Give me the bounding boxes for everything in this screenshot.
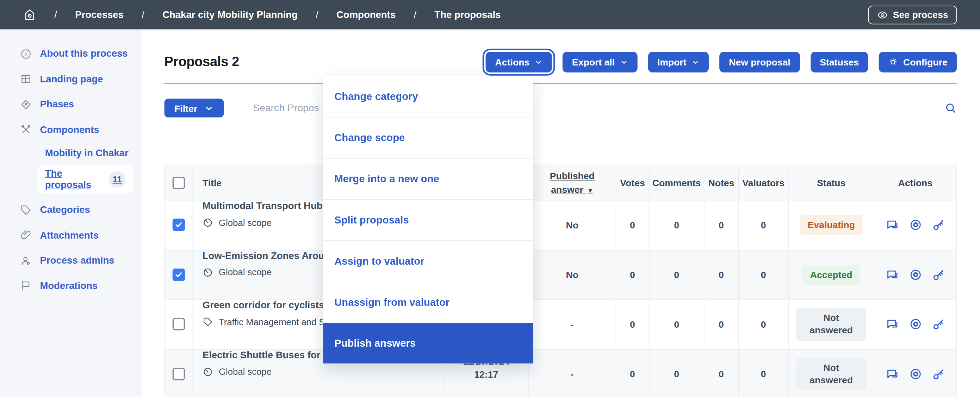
row-checkbox[interactable] xyxy=(172,268,185,281)
col-published-answer[interactable]: Published answer ▼ xyxy=(529,165,616,200)
sidebar-item-components[interactable]: Components xyxy=(0,117,142,143)
permissions-key-icon[interactable] xyxy=(931,367,945,381)
notes-count: 0 xyxy=(705,349,739,397)
statuses-button[interactable]: Statuses xyxy=(811,51,868,72)
import-button[interactable]: Import xyxy=(648,51,709,72)
topbar: / Processes / Chakar city Mobility Plann… xyxy=(0,0,980,29)
menu-item-change-category[interactable]: Change category xyxy=(323,76,533,116)
col-status: Status xyxy=(789,165,874,200)
row-checkbox[interactable] xyxy=(172,318,185,330)
proposals-table: Title Published answer ▼ Votes Comments … xyxy=(164,165,957,397)
table-header-row: Title Published answer ▼ Votes Comments … xyxy=(165,165,956,200)
chevron-down-icon xyxy=(204,103,214,113)
see-process-button[interactable]: See process xyxy=(868,5,957,24)
preview-icon[interactable] xyxy=(908,367,922,381)
answer-icon[interactable] xyxy=(885,318,899,331)
global-scope-icon xyxy=(202,267,213,277)
filter-button[interactable]: Filter xyxy=(164,98,224,117)
proposal-scope: Global scope xyxy=(202,267,272,277)
votes-count: 0 xyxy=(616,201,649,249)
menu-item-unassign-valuator[interactable]: Unassign from valuator xyxy=(323,281,533,323)
select-all-checkbox[interactable] xyxy=(172,176,185,189)
row-checkbox[interactable] xyxy=(172,219,185,231)
tag-icon xyxy=(20,204,32,216)
paperclip-icon xyxy=(20,229,32,241)
permissions-key-icon[interactable] xyxy=(931,218,945,232)
proposals-count-badge[interactable]: 11 xyxy=(109,171,126,187)
admin-user-icon xyxy=(20,254,32,267)
sidebar-item-categories[interactable]: Categories xyxy=(0,197,142,223)
table-row: Green corridor for cyclists and Traffic … xyxy=(165,299,956,349)
home-icon[interactable] xyxy=(23,8,36,21)
table-row: Electric Shuttle Buses for Quarry Worker… xyxy=(165,349,956,397)
comments-count: 0 xyxy=(649,201,704,249)
valuators-count: 0 xyxy=(739,250,789,299)
proposals-admin-page: / Processes / Chakar city Mobility Plann… xyxy=(0,0,980,397)
permissions-key-icon[interactable] xyxy=(931,318,945,331)
breadcrumb-processes[interactable]: Processes xyxy=(75,9,124,21)
col-valuators: Valuators xyxy=(739,165,789,200)
valuators-count: 0 xyxy=(739,201,789,249)
preview-icon[interactable] xyxy=(908,318,922,331)
status-badge: Not answered xyxy=(796,357,866,390)
menu-item-publish-answers[interactable]: Publish answers xyxy=(323,323,533,363)
page-title: Proposals 2 xyxy=(164,54,239,69)
chevron-down-icon xyxy=(692,58,700,66)
answer-icon[interactable] xyxy=(885,367,899,381)
table-row: Multimodal Transport Hubs Global scope N… xyxy=(165,200,956,249)
flag-icon xyxy=(20,280,32,292)
votes-count: 0 xyxy=(616,349,649,397)
proposal-scope: Global scope xyxy=(202,366,272,377)
proposal-scope: Global scope xyxy=(202,217,272,228)
answer-icon[interactable] xyxy=(885,268,899,281)
filter-toolbar: Filter xyxy=(164,98,957,117)
actions-dropdown: Change category Change scope Merge into … xyxy=(323,76,533,363)
export-all-button[interactable]: Export all xyxy=(563,51,637,72)
published-answer: No xyxy=(529,201,616,249)
sidebar-item-process-admins[interactable]: Process admins xyxy=(0,248,142,273)
table-row: Low-Emission Zones Around I Global scope… xyxy=(165,249,956,299)
published-answer: No xyxy=(529,250,616,299)
preview-icon[interactable] xyxy=(908,218,922,232)
sidebar-item-the-proposals[interactable]: The proposals 11 xyxy=(37,165,133,194)
select-all-checkbox-cell xyxy=(165,165,192,200)
header-buttons: Actions Export all Import xyxy=(486,51,957,72)
menu-item-change-scope[interactable]: Change scope xyxy=(323,117,533,158)
status-badge: Not answered xyxy=(796,308,866,341)
breadcrumb-current[interactable]: The proposals xyxy=(434,9,501,21)
preview-icon[interactable] xyxy=(908,268,922,281)
breadcrumb-components[interactable]: Components xyxy=(336,9,396,21)
menu-item-merge[interactable]: Merge into a new one xyxy=(323,158,533,199)
comments-count: 0 xyxy=(649,300,704,349)
notes-count: 0 xyxy=(705,300,739,349)
sidebar-item-about[interactable]: About this process xyxy=(0,41,142,67)
proposal-title[interactable]: Low-Emission Zones Around I xyxy=(202,250,342,262)
phases-icon xyxy=(20,98,32,111)
actions-button[interactable]: Actions xyxy=(486,51,552,72)
sidebar-item-phases[interactable]: Phases xyxy=(0,92,142,117)
col-comments: Comments xyxy=(649,165,704,200)
sidebar-item-landing-page[interactable]: Landing page xyxy=(0,67,142,92)
answer-icon[interactable] xyxy=(885,218,899,232)
sidebar-item-mobility-in-chakar[interactable]: Mobility in Chakar xyxy=(0,143,142,164)
configure-button[interactable]: Configure xyxy=(879,51,957,72)
permissions-key-icon[interactable] xyxy=(931,268,945,281)
proposal-category: Traffic Management and S xyxy=(202,317,325,327)
status-badge: Accepted xyxy=(803,265,860,285)
category-tag-icon xyxy=(202,317,213,327)
search-icon[interactable] xyxy=(944,102,957,114)
breadcrumb-separator: / xyxy=(54,10,57,20)
new-proposal-button[interactable]: New proposal xyxy=(720,51,800,72)
menu-item-assign-valuator[interactable]: Assign to valuator xyxy=(323,240,533,281)
tools-icon xyxy=(20,124,32,136)
breadcrumb-separator: / xyxy=(142,10,144,20)
sort-desc-icon: ▼ xyxy=(587,187,593,194)
sidebar-item-moderations[interactable]: Moderations xyxy=(0,273,142,299)
menu-item-split[interactable]: Split proposals xyxy=(323,199,533,240)
notes-count: 0 xyxy=(705,201,739,249)
sidebar-item-attachments[interactable]: Attachments xyxy=(0,223,142,248)
breadcrumb-process-name[interactable]: Chakar city Mobility Planning xyxy=(162,9,298,21)
votes-count: 0 xyxy=(616,250,649,299)
row-checkbox[interactable] xyxy=(172,368,185,380)
proposal-title[interactable]: Multimodal Transport Hubs xyxy=(202,201,328,212)
